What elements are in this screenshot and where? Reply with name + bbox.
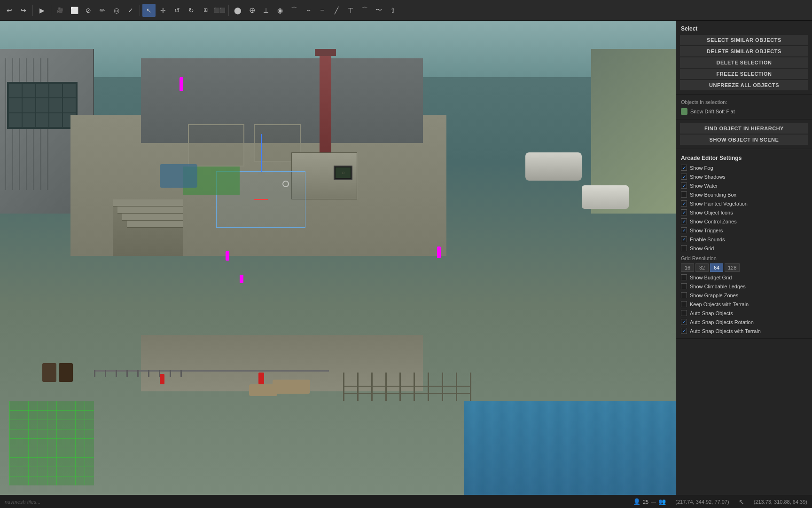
- auto-snap-objects-row[interactable]: Auto Snap Objects: [676, 309, 812, 318]
- transform-button[interactable]: ⊞: [199, 4, 212, 17]
- select-box-button[interactable]: ⬜: [68, 4, 81, 17]
- no-collide-button[interactable]: ⊘: [82, 4, 95, 17]
- target-button[interactable]: ◎: [110, 4, 123, 17]
- arc-up-button[interactable]: ⌒: [288, 4, 301, 17]
- keep-objects-terrain-checkbox[interactable]: [681, 301, 687, 307]
- show-bounding-box-row[interactable]: Show Bounding Box: [676, 190, 812, 199]
- auto-snap-objects-rotation-row[interactable]: Auto Snap Objects Rotation: [676, 318, 812, 326]
- object-mode-button[interactable]: ⬛⬛: [213, 4, 226, 17]
- keep-objects-terrain-row[interactable]: Keep Objects with Terrain: [676, 300, 812, 309]
- show-painted-vegetation-row[interactable]: Show Painted Vegetation: [676, 199, 812, 208]
- auto-snap-objects-terrain-checkbox[interactable]: [681, 328, 687, 334]
- person-count: 25: [643, 499, 648, 505]
- sphere-button[interactable]: ⬤: [231, 4, 244, 17]
- grid-res-128-button[interactable]: 128: [725, 263, 740, 272]
- show-object-icons-row[interactable]: Show Object Icons: [676, 208, 812, 217]
- viewport[interactable]: ⊙: [0, 21, 676, 495]
- freeze-selection-button[interactable]: FREEZE SELECTION: [680, 69, 808, 79]
- show-painted-vegetation-checkbox[interactable]: [681, 200, 687, 206]
- wave-button[interactable]: 〜: [372, 4, 385, 17]
- show-grid-row[interactable]: Show Grid: [676, 244, 812, 253]
- delete-similar-objects-button[interactable]: DELETE SIMILAR OBJECTS: [680, 46, 808, 56]
- coords1-text: (217.74, 344.92, 77.07): [675, 499, 729, 505]
- grid-res-64-button[interactable]: 64: [710, 263, 723, 272]
- axis-line-vertical: [261, 134, 262, 172]
- show-triggers-checkbox[interactable]: [681, 227, 687, 233]
- show-control-zones-label: Show Control Zones: [690, 219, 737, 224]
- auto-snap-objects-rotation-checkbox[interactable]: [681, 319, 687, 325]
- green-grid-overlay: [9, 401, 94, 485]
- rotate-cw-button[interactable]: ↻: [185, 4, 198, 17]
- objects-label: Objects in selection:: [676, 97, 812, 107]
- auto-snap-objects-checkbox[interactable]: [681, 310, 687, 316]
- grid-res-16-button[interactable]: 16: [681, 263, 694, 272]
- show-shadows-row[interactable]: Show Shadows: [676, 172, 812, 181]
- show-water-row[interactable]: Show Water: [676, 181, 812, 190]
- sandbags-2: [249, 384, 277, 396]
- water-texture: [464, 401, 676, 495]
- stairs: [113, 199, 183, 256]
- object-name: Snow Drift Soft Flat: [690, 109, 735, 114]
- add-point-button[interactable]: ⊕: [245, 4, 258, 17]
- tangent-button[interactable]: ⊤: [344, 4, 357, 17]
- auto-snap-objects-terrain-row[interactable]: Auto Snap Objects with Terrain: [676, 326, 812, 335]
- show-triggers-label: Show Triggers: [690, 228, 723, 233]
- select-similar-objects-button[interactable]: SELECT SIMILAR OBJECTS: [680, 35, 808, 45]
- show-water-checkbox[interactable]: [681, 183, 687, 189]
- paint-button[interactable]: ✏: [96, 4, 109, 17]
- fence-post-9: [456, 373, 457, 401]
- count-separator: —: [651, 499, 656, 505]
- object-icon: [681, 108, 687, 115]
- move-tool-button[interactable]: ✛: [156, 4, 170, 17]
- show-bounding-box-checkbox[interactable]: [681, 191, 687, 198]
- show-budget-grid-row[interactable]: Show Budget Grid: [676, 273, 812, 282]
- divide-button[interactable]: ⊥: [259, 4, 273, 17]
- person-icon: 👤: [633, 498, 640, 505]
- camera-move-button[interactable]: 🎥: [54, 4, 67, 17]
- enable-sounds-row[interactable]: Enable Sounds: [676, 235, 812, 244]
- fence-post-7: [428, 373, 429, 401]
- coords2-text: (213.73, 310.88, 64.39): [754, 499, 807, 505]
- show-grid-checkbox[interactable]: [681, 245, 687, 251]
- fence-post-4: [385, 373, 387, 401]
- show-grapple-zones-checkbox[interactable]: [681, 292, 687, 298]
- show-control-zones-checkbox[interactable]: [681, 218, 687, 224]
- undo-button[interactable]: ↩: [3, 4, 16, 17]
- show-fog-checkbox[interactable]: [681, 165, 687, 171]
- monitor-object: ⊙: [334, 166, 352, 180]
- line-button[interactable]: ╱: [330, 4, 343, 17]
- unfreeze-all-button[interactable]: UNFREEZE ALL OBJECTS: [680, 80, 808, 90]
- lift-button[interactable]: ⇧: [386, 4, 399, 17]
- minus-button[interactable]: −: [316, 4, 329, 17]
- arc2-button[interactable]: ⌒: [358, 4, 371, 17]
- delete-selection-button[interactable]: DELETE SELECTION: [680, 57, 808, 68]
- show-shadows-checkbox[interactable]: [681, 174, 687, 180]
- enable-sounds-checkbox[interactable]: [681, 236, 687, 242]
- validate-button[interactable]: ✓: [124, 4, 137, 17]
- toolbar-separator-3: [140, 5, 140, 16]
- show-object-scene-button[interactable]: SHOW OBJECT IN SCENE: [680, 135, 808, 145]
- arc-down-button[interactable]: ⌣: [302, 4, 315, 17]
- status-bar: navmesh tiles... 👤 25 — 👥 (217.74, 344.9…: [0, 495, 812, 508]
- play-button[interactable]: ▶: [35, 4, 48, 17]
- show-climbable-ledges-row[interactable]: Show Climbable Ledges: [676, 282, 812, 291]
- show-object-icons-label: Show Object Icons: [690, 210, 733, 215]
- grid-res-32-button[interactable]: 32: [695, 263, 709, 272]
- show-climbable-ledges-checkbox[interactable]: [681, 283, 687, 289]
- blob-button[interactable]: ◉: [273, 4, 287, 17]
- show-object-icons-checkbox[interactable]: [681, 209, 687, 215]
- rotate-ccw-button[interactable]: ↺: [171, 4, 184, 17]
- show-triggers-row[interactable]: Show Triggers: [676, 226, 812, 235]
- redo-button[interactable]: ↪: [17, 4, 30, 17]
- select-tool-button[interactable]: ↖: [142, 4, 156, 17]
- show-bounding-box-label: Show Bounding Box: [690, 192, 736, 198]
- show-fog-row[interactable]: Show Fog: [676, 163, 812, 172]
- show-budget-grid-checkbox[interactable]: [681, 274, 687, 280]
- show-budget-grid-label: Show Budget Grid: [690, 275, 732, 280]
- fence-wire-mid: [343, 393, 471, 394]
- selected-object-item[interactable]: Snow Drift Soft Flat: [676, 107, 812, 116]
- show-control-zones-row[interactable]: Show Control Zones: [676, 217, 812, 226]
- find-object-hierarchy-button[interactable]: FIND OBJECT IN HIERARCHY: [680, 123, 808, 134]
- fence-post-2: [357, 373, 359, 401]
- show-grapple-zones-row[interactable]: Show Grapple Zones: [676, 291, 812, 300]
